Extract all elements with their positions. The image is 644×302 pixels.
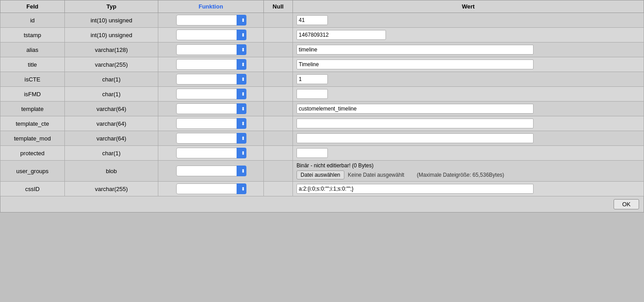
wert-input[interactable] xyxy=(297,15,328,25)
cell-null xyxy=(263,161,292,182)
cell-funktion[interactable] xyxy=(158,13,263,28)
wert-input[interactable] xyxy=(297,60,534,69)
wert-input[interactable] xyxy=(297,74,328,84)
wert-input[interactable] xyxy=(297,45,534,55)
wert-input[interactable] xyxy=(297,104,534,114)
ok-button[interactable]: OK xyxy=(614,199,639,209)
cell-typ: varchar(64) xyxy=(64,131,158,146)
wert-input[interactable] xyxy=(297,133,534,143)
header-null: Null xyxy=(263,0,292,13)
header-funktion: Funktion xyxy=(158,0,263,13)
table-row: template_modvarchar(64) xyxy=(0,131,644,146)
cell-typ: int(10) unsigned xyxy=(64,28,158,43)
table-row: protectedchar(1) xyxy=(0,146,644,161)
cell-funktion[interactable] xyxy=(158,72,263,87)
table-row: templatevarchar(64) xyxy=(0,102,644,116)
table-row: user_groupsblobBinär - nicht editierbar!… xyxy=(0,161,644,182)
funktion-select[interactable] xyxy=(176,133,246,144)
cell-funktion[interactable] xyxy=(158,146,263,161)
cell-feld: cssID xyxy=(0,182,65,196)
cell-null xyxy=(263,28,292,43)
footer-row: OK xyxy=(0,196,644,213)
wert-input[interactable] xyxy=(297,184,534,194)
cell-wert[interactable] xyxy=(293,87,644,102)
table-header-row: Feld Typ Funktion Null Wert xyxy=(0,0,644,13)
table-row: isCTEchar(1) xyxy=(0,72,644,87)
cell-typ: char(1) xyxy=(64,146,158,161)
funktion-select[interactable] xyxy=(176,118,246,129)
blob-section: Binär - nicht editierbar! (0 Bytes)Datei… xyxy=(297,162,640,179)
wert-input[interactable] xyxy=(297,119,534,128)
cell-funktion[interactable] xyxy=(158,28,263,43)
wert-input[interactable] xyxy=(297,30,386,40)
cell-null xyxy=(263,116,292,131)
cell-funktion[interactable] xyxy=(158,102,263,116)
cell-null xyxy=(263,146,292,161)
data-table: Feld Typ Funktion Null Wert idint(10) un… xyxy=(0,0,644,213)
cell-funktion[interactable] xyxy=(158,131,263,146)
funktion-select[interactable] xyxy=(176,183,246,194)
cell-null xyxy=(263,131,292,146)
table-row: titlevarchar(255) xyxy=(0,57,644,72)
cell-null xyxy=(263,13,292,28)
cell-funktion[interactable] xyxy=(158,161,263,182)
blob-binary-label: Binär - nicht editierbar! (0 Bytes) xyxy=(297,162,640,169)
cell-funktion[interactable] xyxy=(158,43,263,57)
funktion-select[interactable] xyxy=(176,44,246,55)
cell-typ: char(1) xyxy=(64,87,158,102)
wert-input[interactable] xyxy=(297,89,328,99)
cell-typ: varchar(128) xyxy=(64,43,158,57)
file-choose-button[interactable]: Datei auswählen xyxy=(297,170,344,179)
cell-feld: template_cte xyxy=(0,116,65,131)
cell-feld: isFMD xyxy=(0,87,65,102)
funktion-select[interactable] xyxy=(176,15,246,26)
cell-wert[interactable] xyxy=(293,131,644,146)
cell-null xyxy=(263,182,292,196)
table-row: cssIDvarchar(255) xyxy=(0,182,644,196)
cell-funktion[interactable] xyxy=(158,116,263,131)
cell-typ: char(1) xyxy=(64,72,158,87)
blob-file-row: Datei auswählenKeine Datei ausgewählt(Ma… xyxy=(297,170,640,179)
cell-wert[interactable]: Binär - nicht editierbar! (0 Bytes)Datei… xyxy=(293,161,644,182)
cell-wert[interactable] xyxy=(293,102,644,116)
funktion-select[interactable] xyxy=(176,103,246,114)
cell-feld: isCTE xyxy=(0,72,65,87)
cell-feld: template xyxy=(0,102,65,116)
table-row: isFMDchar(1) xyxy=(0,87,644,102)
table-row: aliasvarchar(128) xyxy=(0,43,644,57)
cell-feld: user_groups xyxy=(0,161,65,182)
funktion-select[interactable] xyxy=(176,74,246,85)
header-feld: Feld xyxy=(0,0,65,13)
cell-wert[interactable] xyxy=(293,146,644,161)
cell-wert[interactable] xyxy=(293,28,644,43)
cell-null xyxy=(263,72,292,87)
cell-typ: varchar(64) xyxy=(64,116,158,131)
wert-input[interactable] xyxy=(297,148,328,158)
cell-wert[interactable] xyxy=(293,72,644,87)
funktion-select[interactable] xyxy=(176,59,246,70)
funktion-select[interactable] xyxy=(176,89,246,99)
cell-null xyxy=(263,102,292,116)
file-no-selection-label: Keine Datei ausgewählt xyxy=(348,172,404,178)
cell-wert[interactable] xyxy=(293,43,644,57)
header-typ: Typ xyxy=(64,0,158,13)
cell-feld: protected xyxy=(0,146,65,161)
cell-feld: title xyxy=(0,57,65,72)
cell-typ: varchar(255) xyxy=(64,182,158,196)
funktion-select[interactable] xyxy=(176,148,246,158)
cell-funktion[interactable] xyxy=(158,87,263,102)
cell-wert[interactable] xyxy=(293,13,644,28)
funktion-select[interactable] xyxy=(176,166,246,176)
cell-null xyxy=(263,87,292,102)
cell-wert[interactable] xyxy=(293,182,644,196)
cell-wert[interactable] xyxy=(293,116,644,131)
cell-null xyxy=(263,57,292,72)
cell-wert[interactable] xyxy=(293,57,644,72)
cell-typ: blob xyxy=(64,161,158,182)
cell-funktion[interactable] xyxy=(158,57,263,72)
cell-feld: id xyxy=(0,13,65,28)
funktion-select[interactable] xyxy=(176,30,246,40)
max-size-label: (Maximale Dateigröße: 65,536Bytes) xyxy=(417,172,504,178)
header-wert: Wert xyxy=(293,0,644,13)
cell-funktion[interactable] xyxy=(158,182,263,196)
